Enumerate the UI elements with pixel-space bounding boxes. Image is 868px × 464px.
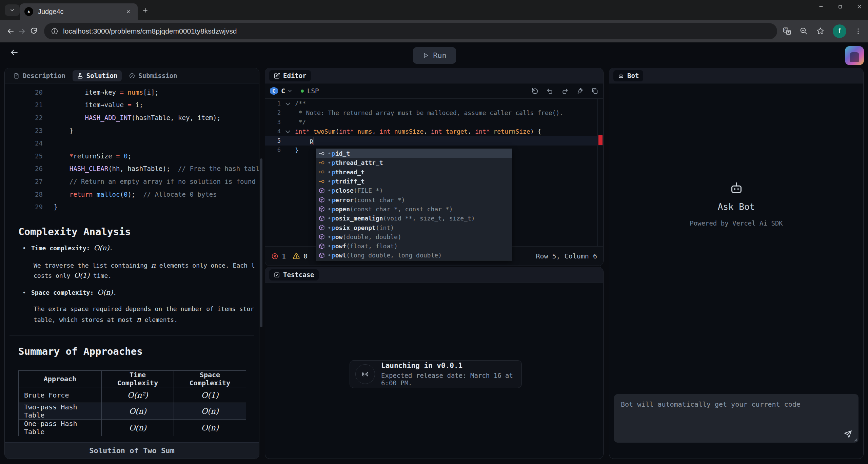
problem-tabs: Description Solution Submission	[5, 68, 259, 83]
completion-item[interactable]: •powl(long double, long double)	[316, 251, 512, 260]
code-line: 22 HASH_ADD_INT(hashTable, key, item);	[5, 111, 259, 124]
paragraph-line: We traverse the list containing n elemen…	[34, 261, 259, 269]
solution-footer: Solution of Two Sum	[5, 442, 259, 459]
completion-item[interactable]: •pthread_t	[316, 168, 512, 177]
fold-chevron-icon	[281, 120, 295, 124]
code-line: 29}	[5, 200, 259, 213]
completion-item[interactable]: •perror(const char *)	[316, 195, 512, 204]
address-bar[interactable]: localhost:3000/problems/cm8pjqdem0001ty8…	[44, 23, 777, 39]
line-number: 29	[5, 203, 43, 211]
redo-icon[interactable]	[561, 87, 569, 95]
fold-chevron-icon	[281, 139, 295, 142]
file-text-icon	[13, 73, 20, 79]
language-selector[interactable]: C	[281, 87, 285, 95]
completion-item[interactable]: •pow(double, double)	[316, 232, 512, 241]
zoom-out-icon[interactable]	[800, 27, 808, 35]
reset-icon[interactable]	[531, 87, 539, 95]
tab-description[interactable]: Description	[9, 70, 70, 81]
copy-icon[interactable]	[591, 87, 598, 95]
maximize-icon[interactable]	[838, 4, 843, 9]
window-close-icon[interactable]	[857, 4, 862, 9]
kebab-menu-icon[interactable]	[854, 27, 862, 35]
tab-description-label: Description	[23, 72, 65, 79]
translate-icon[interactable]: G	[783, 27, 791, 36]
bot-panel: Bot Ask Bot Powered by Vercel Ai SDK	[609, 68, 864, 459]
bot-tabbar: Bot	[609, 68, 863, 83]
bot-message-input[interactable]	[614, 394, 859, 443]
undo-icon[interactable]	[546, 87, 554, 95]
completion-item[interactable]: •posix_openpt(int)	[316, 223, 512, 232]
tab-bot-label: Bot	[627, 72, 639, 79]
browser-profile-avatar[interactable]: f	[833, 24, 846, 38]
play-icon	[422, 52, 429, 59]
bookmark-star-icon[interactable]	[816, 27, 825, 35]
tab-editor[interactable]: Editor	[269, 70, 311, 81]
time-complexity-label: Time complexity: O(n).	[31, 244, 113, 252]
completion-item[interactable]: •powf(float, float)	[316, 241, 512, 251]
completion-item[interactable]: •posix_memalign(void **, size_t, size_t)	[316, 214, 512, 223]
tab-bot[interactable]: Bot	[613, 70, 643, 81]
line-number: 1	[265, 100, 281, 107]
tab-solution[interactable]: Solution	[73, 70, 122, 81]
minimize-icon[interactable]	[818, 4, 824, 9]
close-icon	[126, 9, 131, 14]
editor-actions	[531, 87, 598, 95]
tab-close-button[interactable]	[123, 7, 133, 16]
col-time: Time Complexity	[102, 371, 174, 387]
autocomplete-popup: •pid_t•pthread_attr_t•pthread_t•ptrdiff_…	[316, 149, 512, 260]
check-circle-icon	[129, 73, 135, 79]
line-number: 20	[5, 89, 43, 96]
completion-item[interactable]: •popen(const char *, const char *)	[316, 205, 512, 214]
problem-panel: Description Solution Submission 20 item→…	[4, 68, 259, 459]
resize-handle-icon[interactable]	[853, 438, 857, 442]
method-icon	[319, 206, 328, 212]
square-check-icon	[274, 272, 280, 278]
fold-chevron-icon[interactable]	[281, 102, 295, 105]
tab-search-button[interactable]	[5, 4, 20, 16]
reload-button[interactable]	[28, 25, 39, 37]
code-line: 23 }	[5, 124, 259, 137]
method-icon	[319, 225, 328, 231]
code-line: 4int* twoSum(int* nums, int numsSize, in…	[265, 127, 603, 136]
run-button[interactable]: Run	[413, 47, 456, 64]
left-panel-scrollbar[interactable]	[260, 158, 262, 327]
completion-item[interactable]: •pthread_attr_t	[316, 158, 512, 167]
send-button[interactable]	[844, 430, 852, 439]
completion-item[interactable]: •pclose(FILE *)	[316, 186, 512, 195]
line-number: 6	[265, 147, 281, 153]
browser-tab[interactable]: ▲ Judge4c	[20, 3, 138, 20]
bullet-dot: •	[22, 289, 26, 296]
table-row: Brute ForceO(n²)O(1)	[19, 387, 246, 403]
bullet-dot: •	[22, 245, 26, 252]
back-button[interactable]	[5, 25, 16, 37]
table-header-row: Approach Time Complexity Space Complexit…	[19, 371, 246, 387]
completion-item[interactable]: •ptrdiff_t	[316, 177, 512, 186]
fold-chevron-icon[interactable]	[281, 130, 295, 133]
new-tab-button[interactable]	[142, 7, 148, 13]
interface-icon	[319, 169, 328, 175]
tab-testcase-label: Testcase	[283, 271, 314, 278]
forward-button[interactable]	[16, 25, 28, 37]
ask-bot-title: Ask Bot	[609, 202, 863, 212]
tab-submission[interactable]: Submission	[124, 70, 181, 81]
divider	[9, 335, 254, 335]
tab-testcase[interactable]: Testcase	[269, 269, 319, 281]
fold-chevron-icon	[281, 111, 295, 114]
chevron-down-icon[interactable]	[287, 88, 293, 94]
warning-count: 0	[303, 252, 308, 260]
line-number: 23	[5, 127, 43, 134]
editor-panel: Editor C C LSP 1/**2 * N	[265, 68, 604, 266]
info-icon[interactable]	[51, 27, 58, 35]
user-avatar[interactable]	[845, 46, 864, 65]
testcase-panel: Testcase Launching in v0.0.1 Expected re…	[265, 267, 604, 459]
chevron-down-icon	[9, 7, 15, 13]
completion-item[interactable]: •pid_t	[316, 149, 512, 158]
format-brush-icon[interactable]	[576, 87, 584, 95]
testcase-tabbar: Testcase	[265, 267, 603, 283]
method-icon	[319, 252, 328, 258]
app-back-button[interactable]	[9, 48, 19, 57]
warning-icon	[293, 252, 300, 260]
line-number: 5	[265, 137, 281, 144]
interface-icon	[319, 160, 328, 166]
code-line: 2 * Note: The returned array must be mal…	[265, 108, 603, 118]
